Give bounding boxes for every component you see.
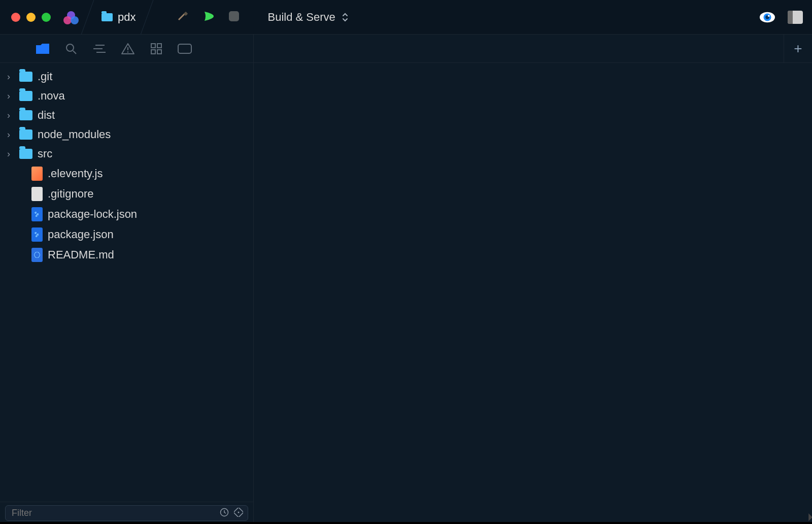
svg-rect-4	[229, 11, 239, 21]
tree-item-label: .eleventy.js	[48, 167, 103, 180]
scheme-label: Build & Serve	[267, 11, 335, 24]
file-icon	[31, 207, 43, 221]
svg-rect-17	[157, 44, 161, 48]
preview-icon[interactable]	[759, 9, 775, 25]
tree-item[interactable]: ›package-lock.json	[0, 204, 253, 224]
issues-tab-icon[interactable]	[121, 42, 135, 56]
tree-item-label: .gitignore	[48, 187, 94, 201]
tree-item-label: package-lock.json	[48, 208, 137, 221]
project-name: pdx	[118, 11, 136, 24]
build-icon[interactable]	[176, 9, 190, 25]
tree-item[interactable]: ›src	[0, 144, 253, 163]
tree-item-label: README.md	[48, 248, 114, 261]
tree-item[interactable]: ›package.json	[0, 224, 253, 245]
panel-toggle-icon[interactable]	[788, 11, 803, 24]
symbols-tab-icon[interactable]	[92, 42, 107, 56]
search-tab-icon[interactable]	[64, 42, 78, 56]
sidebar: ›.git›.nova›dist›node_modules›src›.eleve…	[0, 35, 254, 524]
tree-item[interactable]: ›.gitignore	[0, 184, 253, 204]
svg-rect-20	[178, 44, 191, 53]
tree-item[interactable]: ›README.md	[0, 245, 253, 265]
tree-item[interactable]: ›.nova	[0, 86, 253, 106]
tree-item-label: dist	[38, 109, 55, 122]
folder-icon	[19, 149, 32, 159]
editor-area: +	[254, 35, 812, 524]
maximize-window-button[interactable]	[42, 13, 51, 22]
tree-item-label: src	[38, 147, 52, 160]
svg-point-9	[66, 44, 74, 51]
chevron-right-icon: ›	[7, 149, 14, 159]
tree-item[interactable]: ›.git	[0, 67, 253, 86]
scheme-dropdown[interactable]: Build & Serve	[267, 11, 348, 24]
tree-item-label: .nova	[38, 89, 65, 103]
tree-item-label: package.json	[48, 228, 114, 241]
minimize-window-button[interactable]	[26, 13, 36, 22]
file-icon	[31, 187, 43, 201]
tree-item[interactable]: ›dist	[0, 106, 253, 125]
file-icon	[31, 248, 43, 262]
file-icon	[31, 227, 43, 242]
run-icon[interactable]	[202, 10, 216, 25]
app-icon	[61, 7, 81, 27]
stop-icon[interactable]	[228, 10, 240, 24]
svg-point-2	[71, 16, 79, 24]
new-tab-button[interactable]: +	[784, 35, 812, 63]
svg-rect-18	[151, 50, 155, 54]
svg-rect-19	[157, 50, 161, 54]
tree-item[interactable]: ›node_modules	[0, 125, 253, 144]
chevron-right-icon: ›	[7, 72, 14, 82]
folder-icon	[19, 72, 32, 82]
project-tab[interactable]: pdx	[96, 0, 141, 34]
tree-item-label: .git	[38, 70, 52, 83]
chevron-right-icon: ›	[7, 91, 14, 102]
clips-tab-icon[interactable]	[149, 42, 163, 56]
svg-point-8	[768, 15, 770, 17]
svg-line-10	[73, 51, 76, 54]
file-icon	[31, 167, 43, 181]
folder-icon	[19, 129, 32, 140]
svg-rect-16	[151, 44, 155, 48]
chevron-right-icon: ›	[7, 129, 14, 140]
tree-item-label: node_modules	[38, 128, 111, 141]
svg-point-15	[127, 51, 128, 52]
sidebar-footer	[0, 502, 253, 524]
sidebar-tabs	[0, 35, 253, 63]
toolbar-run-controls: Build & Serve	[176, 9, 348, 25]
chevron-up-down-icon	[342, 12, 349, 22]
file-tree: ›.git›.nova›dist›node_modules›src›.eleve…	[0, 63, 253, 502]
titlebar: pdx Build & Serve	[0, 0, 812, 35]
svg-point-1	[63, 16, 72, 24]
tree-item[interactable]: ›.eleventy.js	[0, 163, 253, 184]
folder-icon	[19, 91, 32, 101]
svg-point-23	[238, 511, 240, 513]
filter-input[interactable]	[5, 505, 248, 521]
folder-icon	[19, 110, 32, 120]
reports-tab-icon[interactable]	[178, 42, 192, 56]
window-controls	[0, 13, 51, 22]
chevron-right-icon: ›	[7, 110, 14, 121]
close-window-button[interactable]	[11, 13, 20, 22]
files-tab-icon[interactable]	[36, 42, 50, 56]
filter-history-icon[interactable]	[220, 508, 229, 519]
folder-icon	[101, 13, 113, 21]
filter-scm-icon[interactable]	[234, 508, 243, 519]
editor-tabbar: +	[254, 35, 812, 63]
